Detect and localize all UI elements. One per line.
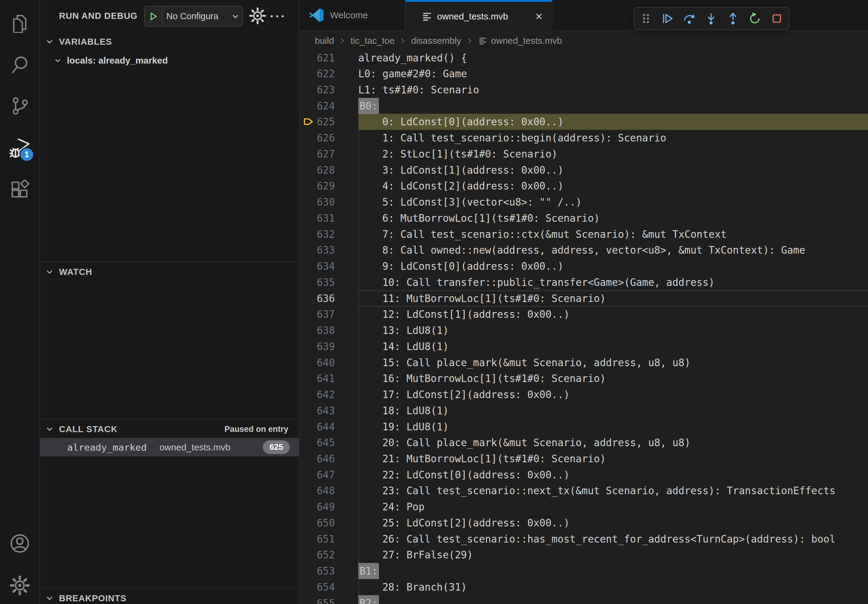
debug-start-icon[interactable] [149, 12, 158, 21]
breadcrumb-item-build[interactable]: build [315, 36, 334, 46]
source-control-icon [10, 96, 29, 116]
line-number: 629 [299, 178, 335, 194]
code-line-646[interactable]: 64621: MutBorrowLoc[1](ts#1#0: Scenario) [299, 451, 868, 467]
toolbar-grip-icon[interactable] [640, 12, 653, 25]
activity-settings-button[interactable] [0, 568, 40, 602]
code-text: 24: Pop [382, 499, 425, 515]
code-line-633[interactable]: 6338: Call owned::new(address, address, … [299, 242, 868, 258]
chevron-down-icon [231, 12, 240, 21]
code-line-642[interactable]: 64217: LdConst[2](address: 0x00..) [299, 387, 868, 403]
code-line-630[interactable]: 6305: LdConst[3](vector<u8>: "" /..) [299, 194, 868, 210]
code-line-636[interactable]: 63611: MutBorrowLoc[1](ts#1#0: Scenario) [299, 290, 868, 307]
code-line-644[interactable]: 64419: LdU8(1) [299, 419, 868, 435]
code-line-650[interactable]: 65025: LdConst[2](address: 0x00..) [299, 515, 868, 531]
code-text: 25: LdConst[2](address: 0x00..) [382, 515, 570, 531]
call-stack-section-label: CALL STACK [59, 424, 118, 434]
code-line-635[interactable]: 63510: Call transfer::public_transfer<Ga… [299, 274, 868, 290]
launch-config-dropdown[interactable]: No Configura [144, 6, 243, 27]
breakpoints-section-header[interactable]: BREAKPOINTS [40, 588, 299, 604]
breadcrumb-item-file[interactable]: owned_tests.mvb [491, 36, 562, 46]
line-number: 637 [299, 306, 335, 322]
code-line-622[interactable]: 622L0: game#2#0: Game [299, 66, 868, 82]
chevron-right-icon [399, 37, 407, 45]
settings-gear-icon [10, 575, 30, 595]
line-number: 622 [299, 66, 335, 82]
step-into-icon[interactable] [704, 12, 718, 25]
restart-icon[interactable] [748, 12, 761, 25]
line-number: 646 [299, 451, 335, 467]
breadcrumb-item-disassembly[interactable]: disassembly [411, 36, 461, 46]
tab-welcome[interactable]: Welcome [299, 0, 405, 30]
chevron-right-icon [466, 37, 474, 45]
activity-bar: 1 [0, 0, 40, 604]
code-text: 16: MutBorrowLoc[1](ts#1#0: Scenario) [382, 370, 606, 387]
code-line-655[interactable]: 655B2: [299, 595, 868, 604]
line-number: 623 [299, 82, 335, 98]
code-line-628[interactable]: 6283: LdConst[1](address: 0x00..) [299, 162, 868, 178]
code-lines-container: 621already_marked() {622L0: game#2#0: Ga… [299, 0, 868, 604]
code-line-638[interactable]: 63813: LdU8(1) [299, 322, 868, 339]
code-line-645[interactable]: 64520: Call place_mark(&mut Scenario, ad… [299, 435, 868, 451]
debug-settings-gear-icon[interactable] [249, 7, 267, 25]
code-text: L0: game#2#0: Game [358, 66, 467, 82]
line-number: 628 [299, 162, 335, 178]
line-number: 632 [299, 226, 335, 242]
variables-scope-locals[interactable]: locals: already_marked [40, 51, 299, 70]
code-line-632[interactable]: 6327: Call test_scenario::ctx(&mut Scena… [299, 226, 868, 242]
code-line-640[interactable]: 64015: Call place_mark(&mut Scenario, ad… [299, 355, 868, 371]
continue-icon[interactable] [661, 12, 674, 25]
locals-scope-label: locals: already_marked [67, 55, 168, 66]
block-label-text: B1: [358, 563, 379, 579]
code-line-641[interactable]: 64116: MutBorrowLoc[1](ts#1#0: Scenario) [299, 370, 868, 387]
call-stack-section-header[interactable]: CALL STACK Paused on entry [40, 419, 299, 438]
code-line-637[interactable]: 63712: LdConst[1](address: 0x00..) [299, 306, 868, 322]
code-text: 3: LdConst[1](address: 0x00..) [382, 162, 564, 178]
code-line-627[interactable]: 6272: StLoc[1](ts#1#0: Scenario) [299, 146, 868, 162]
line-number: 645 [299, 435, 335, 451]
line-number: 653 [299, 563, 335, 579]
code-line-649[interactable]: 64924: Pop [299, 499, 868, 515]
code-text: 4: LdConst[2](address: 0x00..) [382, 178, 564, 194]
breadcrumb-item-tic-tac-toe[interactable]: tic_tac_toe [350, 36, 394, 46]
sidebar-title: RUN AND DEBUG [59, 0, 138, 32]
activity-extensions-button[interactable] [0, 173, 40, 207]
code-line-625[interactable]: 6250: LdConst[0](address: 0x00..) [299, 114, 868, 130]
step-over-icon[interactable] [683, 12, 696, 25]
code-text: 26: Call test_scenario::has_most_recent_… [382, 531, 835, 547]
code-line-652[interactable]: 65227: BrFalse(29) [299, 547, 868, 563]
activity-run-debug-button[interactable] [0, 131, 40, 165]
code-line-623[interactable]: 623L1: ts#1#0: Scenario [299, 82, 868, 98]
code-line-624[interactable]: 624B0: [299, 98, 868, 114]
activity-explorer-button[interactable] [0, 6, 40, 40]
code-line-634[interactable]: 6349: LdConst[0](address: 0x00..) [299, 258, 868, 274]
code-line-651[interactable]: 65126: Call test_scenario::has_most_rece… [299, 531, 868, 547]
activity-account-button[interactable] [0, 527, 40, 561]
frame-file-name: owned_tests.mvb [160, 442, 230, 452]
watch-section-header[interactable]: WATCH [40, 262, 299, 281]
more-actions-icon[interactable] [271, 12, 284, 20]
code-line-631[interactable]: 6316: MutBorrowLoc[1](ts#1#0: Scenario) [299, 210, 868, 226]
activity-search-button[interactable] [0, 48, 40, 82]
code-line-648[interactable]: 64823: Call test_scenario::next_tx(&mut … [299, 483, 868, 499]
code-line-629[interactable]: 6294: LdConst[2](address: 0x00..) [299, 178, 868, 194]
stop-icon[interactable] [770, 12, 783, 25]
account-icon [9, 533, 30, 554]
code-line-647[interactable]: 64722: LdConst[0](address: 0x00..) [299, 467, 868, 483]
code-text: 18: LdU8(1) [382, 403, 449, 419]
tab-owned-tests[interactable]: owned_tests.mvb [405, 0, 552, 31]
variables-section-header[interactable]: VARIABLES [40, 32, 299, 51]
code-line-639[interactable]: 63914: LdU8(1) [299, 339, 868, 355]
activity-source-control-button[interactable] [0, 89, 40, 123]
code-text: 22: LdConst[0](address: 0x00..) [382, 467, 570, 483]
line-number: 651 [299, 531, 335, 547]
call-stack-frame-row[interactable]: already_marked owned_tests.mvb 625 [40, 438, 299, 457]
code-line-621[interactable]: 621already_marked() { [299, 50, 868, 66]
code-line-643[interactable]: 64318: LdU8(1) [299, 403, 868, 419]
close-icon[interactable] [533, 11, 544, 22]
step-out-icon[interactable] [726, 12, 740, 25]
code-line-653[interactable]: 653B1: [299, 563, 868, 579]
code-text: 19: LdU8(1) [382, 419, 449, 435]
code-line-626[interactable]: 6261: Call test_scenario::begin(address)… [299, 130, 868, 146]
tab-label: Welcome [330, 10, 368, 20]
code-line-654[interactable]: 65428: Branch(31) [299, 579, 868, 595]
